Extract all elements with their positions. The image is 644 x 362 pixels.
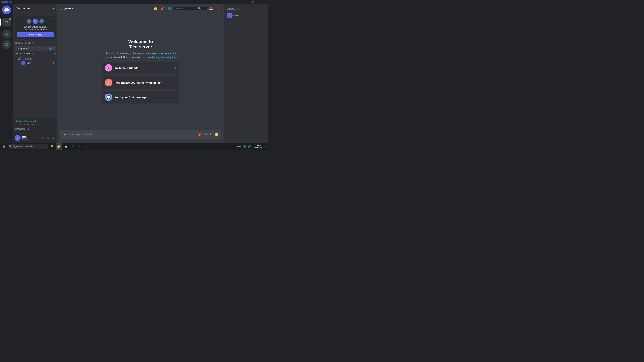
deafen-button[interactable]: 🎧 [45,135,50,140]
network-icon: 🌐 [243,145,246,148]
volume-button[interactable]: 🔊 [247,143,252,150]
task-view-button[interactable]: ⧉ [48,143,55,150]
taskbar: ⊞ 🔍 Type here to search ⧉ 📁 ◉ X W ✉ T ∧ … [0,143,268,150]
invite-popup: ✕ 👤 U 👤 An adventure begins. Let's add s… [15,16,56,39]
tray-expand-button[interactable]: ∧ [232,143,236,150]
voice-user-item[interactable]: 👤 User 🎙 [18,60,54,65]
taskbar-search-box[interactable]: 🔍 Type here to search [8,144,48,149]
chrome-button[interactable]: ◉ [62,143,69,150]
voice-user-name: User [26,62,31,64]
channels-scroll: ✕ 👤 U 👤 An adventure begins. Let's add s… [13,13,58,118]
start-button[interactable]: ⊞ [1,143,7,150]
avatar-right: 👤 [40,19,44,23]
invite-friends-card[interactable]: 🎉 Invite your friends › [102,62,179,74]
active-indicator [0,18,1,26]
server-icon-label: Ts [5,20,8,23]
clock-time: 19:00 [256,144,261,146]
add-text-channel-button[interactable]: + [54,41,56,45]
avatar-center: U [32,18,39,25]
mute-button[interactable]: 🎙 [40,135,45,140]
help-icon[interactable]: ❓ [215,6,221,11]
add-user-icon[interactable]: 👥 [48,47,52,50]
members-icon[interactable]: 👥 [167,6,172,11]
settings-gear-icon: ⚙ [52,136,55,139]
voice-connected-bar: Voice Connected General / Test server 📹 … [13,118,58,133]
invite-people-button[interactable]: Invite People [17,32,54,37]
first-message-label: Send your first message [114,96,173,99]
channel-item-general[interactable]: # general 👥 ⚙ [15,46,56,50]
clock-date: 30/11/2020 [253,146,263,149]
word-icon: W [78,145,81,148]
settings-icon[interactable]: ⚙ [52,47,54,50]
avatar-left: 👤 [27,19,31,23]
user-status-indicator [19,139,21,141]
message-input[interactable] [69,131,196,138]
member-name: User [234,14,240,17]
channel-search-bar[interactable]: 🔍 [174,6,207,10]
app-container: Ts 1 ＋ Test server ✕ ✕ 👤 U 👤 [0,4,268,143]
network-icon-button[interactable]: 🌐 [242,143,247,150]
text-channels-section-header[interactable]: TEXT CHANNELS + [13,41,58,46]
voice-user-avatar: 👤 [21,61,26,65]
personalize-card[interactable]: 🎨 Personalize your server with an icon › [102,76,179,89]
tray-clock[interactable]: 19:00 30/11/2020 [252,144,264,149]
word-button[interactable]: W [76,143,83,150]
attach-button[interactable]: ＋ [62,130,68,139]
user-area-avatar: U [15,135,20,141]
video-icon: 📹 [14,128,17,130]
invite-popup-close-button[interactable]: ✕ [52,17,55,20]
file-explorer-button[interactable]: 📁 [56,143,62,150]
keyboard-layout-indicator[interactable]: ENG [236,143,242,150]
invite-friends-chevron: › [175,66,176,69]
show-desktop-button[interactable]: □ [264,143,267,150]
gift-icon[interactable]: 🎁 [197,132,201,136]
discord-home-button[interactable] [2,5,11,14]
keyboard-icon: ENG [237,145,241,147]
voice-channels-section-header[interactable]: VOICE CHANNELS + [13,51,58,56]
getting-started-link[interactable]: Getting Started guide. [151,56,176,59]
sticker-icon[interactable]: 🗒 [210,132,213,136]
user-avatar-text: U [17,137,18,139]
server-badge: 1 [8,17,12,20]
minimize-button[interactable]: ─ [240,0,248,4]
welcome-description: This is your brand new, shiny server. He… [102,52,179,59]
invite-popup-text: An adventure begins. Let's add some frie… [17,26,54,31]
bell-icon[interactable]: 🔔 [153,6,158,11]
text-channels-label: TEXT CHANNELS [15,42,34,44]
emoji-icon[interactable]: 😊 [214,132,218,136]
title-bar-left: DISCORD [2,1,12,3]
excel-icon: X [72,145,74,148]
vc-screen-button[interactable]: 🖥 Screen [21,126,27,132]
maximize-button[interactable]: □ [249,0,257,4]
server-header[interactable]: Test server ✕ [13,4,58,13]
inbox-icon[interactable]: 📥 [208,6,214,11]
add-voice-channel-button[interactable]: + [54,52,56,55]
taskbar-search-icon: 🔍 [9,145,12,148]
pin-icon[interactable]: 📌 [160,6,165,11]
member-list: ONLINE—1 U User [224,4,268,143]
first-message-icon: 💬 [105,94,112,101]
member-item[interactable]: U User [225,11,266,19]
add-server-button[interactable]: ＋ [2,30,11,39]
user-settings-button[interactable]: ⚙ [51,135,56,140]
user-display-name: User [22,136,38,138]
gif-icon[interactable]: GIF [203,132,208,136]
server-list-divider-2 [4,28,10,28]
vc-status-dot [16,120,17,122]
server-icon-ts[interactable]: Ts 1 [2,18,11,26]
outlook-button[interactable]: ✉ [84,143,90,150]
headphones-icon: 🎧 [46,136,50,139]
excel-button[interactable]: X [70,143,76,150]
search-input[interactable] [175,7,197,10]
teams-button[interactable]: T [90,143,97,150]
channel-sidebar: Test server ✕ ✕ 👤 U 👤 An adventure begin… [13,4,58,143]
vc-status-row: Voice Connected [16,120,55,122]
close-button[interactable]: ✕ [258,0,266,4]
voice-channel-general[interactable]: 🔊 General 👤 User 🎙 [15,56,56,66]
discord-logo: DISCORD [2,1,12,3]
member-section-header: ONLINE—1 [225,7,266,11]
file-explorer-icon: 📁 [57,145,61,148]
voice-channel-icon: 🔊 [18,57,21,60]
first-message-card[interactable]: 💬 Send your first message › [102,91,179,103]
explore-button[interactable] [2,40,11,49]
